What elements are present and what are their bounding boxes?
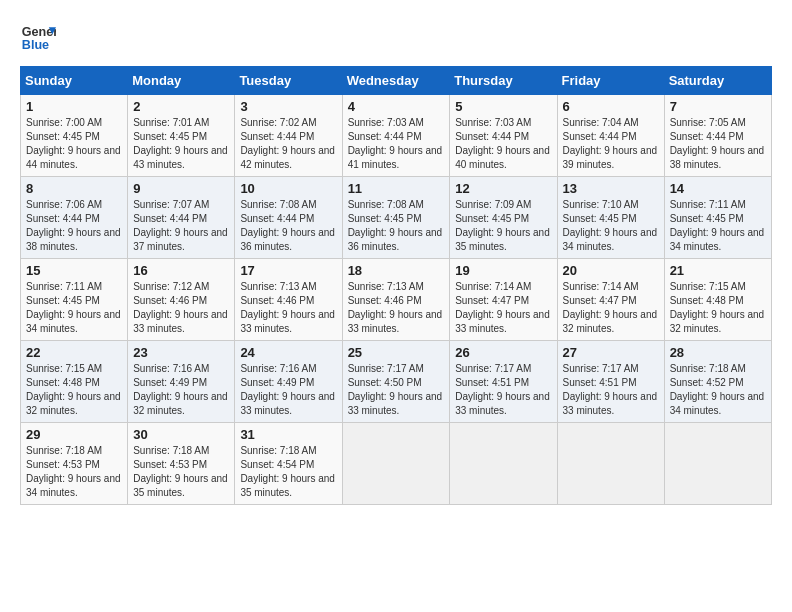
day-number: 7: [670, 99, 766, 114]
day-info: Sunrise: 7:13 AMSunset: 4:46 PMDaylight:…: [348, 281, 443, 334]
day-number: 10: [240, 181, 336, 196]
day-number: 25: [348, 345, 445, 360]
calendar-cell: 23 Sunrise: 7:16 AMSunset: 4:49 PMDaylig…: [128, 341, 235, 423]
calendar-table: SundayMondayTuesdayWednesdayThursdayFrid…: [20, 66, 772, 505]
calendar-cell: 20 Sunrise: 7:14 AMSunset: 4:47 PMDaylig…: [557, 259, 664, 341]
calendar-cell: 19 Sunrise: 7:14 AMSunset: 4:47 PMDaylig…: [450, 259, 557, 341]
calendar-cell: 12 Sunrise: 7:09 AMSunset: 4:45 PMDaylig…: [450, 177, 557, 259]
calendar-header-row: SundayMondayTuesdayWednesdayThursdayFrid…: [21, 67, 772, 95]
calendar-cell: 10 Sunrise: 7:08 AMSunset: 4:44 PMDaylig…: [235, 177, 342, 259]
day-number: 5: [455, 99, 551, 114]
day-number: 20: [563, 263, 659, 278]
day-info: Sunrise: 7:11 AMSunset: 4:45 PMDaylight:…: [26, 281, 121, 334]
calendar-cell: 4 Sunrise: 7:03 AMSunset: 4:44 PMDayligh…: [342, 95, 450, 177]
day-number: 4: [348, 99, 445, 114]
calendar-cell: 2 Sunrise: 7:01 AMSunset: 4:45 PMDayligh…: [128, 95, 235, 177]
day-info: Sunrise: 7:18 AMSunset: 4:52 PMDaylight:…: [670, 363, 765, 416]
calendar-cell: 30 Sunrise: 7:18 AMSunset: 4:53 PMDaylig…: [128, 423, 235, 505]
day-number: 24: [240, 345, 336, 360]
calendar-cell: [557, 423, 664, 505]
calendar-cell: 7 Sunrise: 7:05 AMSunset: 4:44 PMDayligh…: [664, 95, 771, 177]
calendar-header-tuesday: Tuesday: [235, 67, 342, 95]
calendar-header-friday: Friday: [557, 67, 664, 95]
calendar-cell: 17 Sunrise: 7:13 AMSunset: 4:46 PMDaylig…: [235, 259, 342, 341]
day-number: 27: [563, 345, 659, 360]
day-info: Sunrise: 7:18 AMSunset: 4:53 PMDaylight:…: [26, 445, 121, 498]
day-info: Sunrise: 7:01 AMSunset: 4:45 PMDaylight:…: [133, 117, 228, 170]
calendar-cell: 26 Sunrise: 7:17 AMSunset: 4:51 PMDaylig…: [450, 341, 557, 423]
day-number: 30: [133, 427, 229, 442]
day-number: 13: [563, 181, 659, 196]
calendar-week-2: 8 Sunrise: 7:06 AMSunset: 4:44 PMDayligh…: [21, 177, 772, 259]
day-info: Sunrise: 7:11 AMSunset: 4:45 PMDaylight:…: [670, 199, 765, 252]
calendar-cell: 3 Sunrise: 7:02 AMSunset: 4:44 PMDayligh…: [235, 95, 342, 177]
calendar-header-monday: Monday: [128, 67, 235, 95]
day-info: Sunrise: 7:14 AMSunset: 4:47 PMDaylight:…: [455, 281, 550, 334]
day-info: Sunrise: 7:00 AMSunset: 4:45 PMDaylight:…: [26, 117, 121, 170]
day-number: 14: [670, 181, 766, 196]
day-info: Sunrise: 7:07 AMSunset: 4:44 PMDaylight:…: [133, 199, 228, 252]
calendar-cell: [342, 423, 450, 505]
day-number: 26: [455, 345, 551, 360]
day-number: 8: [26, 181, 122, 196]
day-number: 29: [26, 427, 122, 442]
day-number: 3: [240, 99, 336, 114]
calendar-cell: 13 Sunrise: 7:10 AMSunset: 4:45 PMDaylig…: [557, 177, 664, 259]
day-number: 19: [455, 263, 551, 278]
calendar-cell: 31 Sunrise: 7:18 AMSunset: 4:54 PMDaylig…: [235, 423, 342, 505]
day-info: Sunrise: 7:08 AMSunset: 4:45 PMDaylight:…: [348, 199, 443, 252]
day-number: 12: [455, 181, 551, 196]
day-info: Sunrise: 7:12 AMSunset: 4:46 PMDaylight:…: [133, 281, 228, 334]
day-number: 16: [133, 263, 229, 278]
day-number: 2: [133, 99, 229, 114]
day-number: 18: [348, 263, 445, 278]
calendar-cell: 22 Sunrise: 7:15 AMSunset: 4:48 PMDaylig…: [21, 341, 128, 423]
day-info: Sunrise: 7:06 AMSunset: 4:44 PMDaylight:…: [26, 199, 121, 252]
calendar-cell: 6 Sunrise: 7:04 AMSunset: 4:44 PMDayligh…: [557, 95, 664, 177]
calendar-cell: 9 Sunrise: 7:07 AMSunset: 4:44 PMDayligh…: [128, 177, 235, 259]
calendar-cell: 14 Sunrise: 7:11 AMSunset: 4:45 PMDaylig…: [664, 177, 771, 259]
day-number: 17: [240, 263, 336, 278]
day-info: Sunrise: 7:10 AMSunset: 4:45 PMDaylight:…: [563, 199, 658, 252]
calendar-cell: 25 Sunrise: 7:17 AMSunset: 4:50 PMDaylig…: [342, 341, 450, 423]
calendar-cell: 18 Sunrise: 7:13 AMSunset: 4:46 PMDaylig…: [342, 259, 450, 341]
calendar-cell: 11 Sunrise: 7:08 AMSunset: 4:45 PMDaylig…: [342, 177, 450, 259]
logo: General Blue: [20, 20, 56, 56]
calendar-cell: 27 Sunrise: 7:17 AMSunset: 4:51 PMDaylig…: [557, 341, 664, 423]
calendar-cell: 8 Sunrise: 7:06 AMSunset: 4:44 PMDayligh…: [21, 177, 128, 259]
day-info: Sunrise: 7:18 AMSunset: 4:53 PMDaylight:…: [133, 445, 228, 498]
day-info: Sunrise: 7:17 AMSunset: 4:51 PMDaylight:…: [563, 363, 658, 416]
page-header: General Blue: [20, 20, 772, 56]
day-info: Sunrise: 7:03 AMSunset: 4:44 PMDaylight:…: [348, 117, 443, 170]
calendar-cell: [664, 423, 771, 505]
day-info: Sunrise: 7:03 AMSunset: 4:44 PMDaylight:…: [455, 117, 550, 170]
day-number: 9: [133, 181, 229, 196]
calendar-cell: 1 Sunrise: 7:00 AMSunset: 4:45 PMDayligh…: [21, 95, 128, 177]
calendar-cell: 28 Sunrise: 7:18 AMSunset: 4:52 PMDaylig…: [664, 341, 771, 423]
calendar-cell: [450, 423, 557, 505]
calendar-header-wednesday: Wednesday: [342, 67, 450, 95]
calendar-cell: 29 Sunrise: 7:18 AMSunset: 4:53 PMDaylig…: [21, 423, 128, 505]
calendar-header-thursday: Thursday: [450, 67, 557, 95]
day-number: 6: [563, 99, 659, 114]
day-number: 21: [670, 263, 766, 278]
calendar-cell: 16 Sunrise: 7:12 AMSunset: 4:46 PMDaylig…: [128, 259, 235, 341]
calendar-week-3: 15 Sunrise: 7:11 AMSunset: 4:45 PMDaylig…: [21, 259, 772, 341]
day-info: Sunrise: 7:17 AMSunset: 4:50 PMDaylight:…: [348, 363, 443, 416]
logo-icon: General Blue: [20, 20, 56, 56]
day-number: 1: [26, 99, 122, 114]
day-number: 28: [670, 345, 766, 360]
day-info: Sunrise: 7:08 AMSunset: 4:44 PMDaylight:…: [240, 199, 335, 252]
day-number: 31: [240, 427, 336, 442]
calendar-week-1: 1 Sunrise: 7:00 AMSunset: 4:45 PMDayligh…: [21, 95, 772, 177]
day-info: Sunrise: 7:16 AMSunset: 4:49 PMDaylight:…: [133, 363, 228, 416]
day-info: Sunrise: 7:16 AMSunset: 4:49 PMDaylight:…: [240, 363, 335, 416]
calendar-cell: 24 Sunrise: 7:16 AMSunset: 4:49 PMDaylig…: [235, 341, 342, 423]
day-info: Sunrise: 7:09 AMSunset: 4:45 PMDaylight:…: [455, 199, 550, 252]
day-info: Sunrise: 7:18 AMSunset: 4:54 PMDaylight:…: [240, 445, 335, 498]
day-info: Sunrise: 7:15 AMSunset: 4:48 PMDaylight:…: [26, 363, 121, 416]
day-info: Sunrise: 7:14 AMSunset: 4:47 PMDaylight:…: [563, 281, 658, 334]
day-info: Sunrise: 7:15 AMSunset: 4:48 PMDaylight:…: [670, 281, 765, 334]
svg-text:Blue: Blue: [22, 38, 49, 52]
calendar-header-saturday: Saturday: [664, 67, 771, 95]
